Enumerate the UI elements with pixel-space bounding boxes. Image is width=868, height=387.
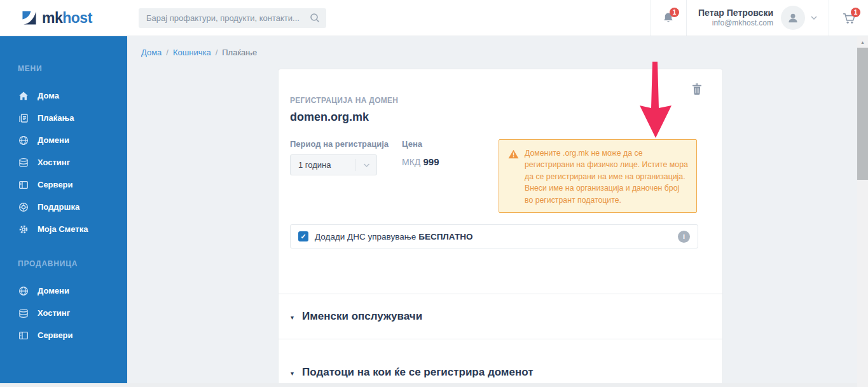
vertical-scrollbar[interactable]: ▲: [857, 36, 868, 387]
info-glyph: i: [683, 233, 685, 240]
sidebar-item-label: Сервери: [38, 180, 73, 189]
sidebar-item-hosting[interactable]: Хостинг: [0, 151, 127, 173]
server-icon: [18, 330, 29, 341]
caret-down-icon: ▾: [291, 314, 294, 321]
chevron-down-icon: [363, 163, 370, 168]
registration-period-field: Период на регистрација 1 година: [290, 139, 389, 213]
dns-checkbox[interactable]: ✓: [298, 231, 308, 241]
shop-item-hosting[interactable]: Хостинг: [0, 302, 127, 324]
trash-icon: [692, 83, 702, 95]
top-bar: mkhost 1 Петар Петровски info@mkhost.com: [0, 0, 868, 36]
topbar-spacer: [326, 0, 651, 36]
user-menu[interactable]: Петар Петровски info@mkhost.com: [687, 0, 829, 36]
avatar: [781, 6, 805, 30]
section-nameservers-toggle[interactable]: ▾ Именски опслужувачи: [279, 294, 722, 339]
scroll-up-arrow-icon[interactable]: ▲: [857, 36, 868, 48]
sidebar-item-label: Домени: [38, 135, 69, 145]
period-select[interactable]: 1 година: [290, 154, 377, 175]
user-name: Петар Петровски: [698, 8, 773, 18]
shop-item-servers[interactable]: Сервери: [0, 324, 127, 346]
sidebar-item-label: Плаќања: [38, 113, 74, 123]
shop-item-domains[interactable]: Домени: [0, 280, 127, 302]
sidebar-item-servers[interactable]: Сервери: [0, 173, 127, 196]
check-icon: ✓: [300, 233, 306, 240]
sidebar-item-payments[interactable]: Плаќања: [0, 107, 127, 129]
price-label: Цена: [402, 139, 439, 149]
user-info: Петар Петровски info@mkhost.com: [698, 8, 773, 28]
support-icon: [18, 201, 29, 212]
org-domain-warning: Домените .org.mk не може да се регистрир…: [499, 139, 697, 213]
warning-text: Домените .org.mk не може да се регистрир…: [525, 147, 688, 206]
section-label: Именски опслужувачи: [302, 310, 422, 323]
sidebar: МЕНИ Дома Плаќања Домени: [0, 36, 127, 387]
select-divider: [355, 159, 355, 171]
brand-wordmark: mkhost: [42, 11, 92, 25]
period-label: Период на регистрација: [290, 139, 389, 149]
sidebar-item-support[interactable]: Поддршка: [0, 196, 127, 218]
cart-item-card: РЕГИСТРАЦИЈА НА ДОМЕН domen.org.mk Перио…: [278, 69, 723, 387]
domain-registration-section: РЕГИСТРАЦИЈА НА ДОМЕН domen.org.mk Перио…: [279, 69, 722, 294]
horizontal-scrollbar[interactable]: [0, 383, 857, 387]
search-input[interactable]: [139, 8, 326, 28]
breadcrumb-separator: /: [216, 48, 218, 57]
dns-label-text: Додади ДНС управување: [315, 232, 416, 241]
period-selected-value: 1 година: [298, 160, 331, 170]
sidebar-item-label: Поддршка: [38, 202, 79, 212]
price-amount: 999: [424, 156, 439, 167]
sidebar-item-label: Хостинг: [38, 308, 70, 318]
notifications-button[interactable]: 1: [651, 0, 687, 36]
sidebar-item-my-account[interactable]: Моја Сметка: [0, 218, 127, 240]
price-field: Цена МКД 999: [402, 139, 439, 213]
price-value: МКД 999: [402, 156, 439, 167]
warning-icon: [508, 149, 519, 159]
person-icon: [786, 11, 800, 25]
notification-badge: 1: [670, 8, 679, 17]
server-icon: [18, 179, 29, 190]
breadcrumb-home-link[interactable]: Дома: [141, 48, 162, 57]
sidebar-gap: [0, 240, 127, 259]
invoices-icon: [18, 112, 29, 123]
brand-logo[interactable]: mkhost: [0, 0, 127, 36]
caret-down-icon: ▾: [291, 370, 294, 377]
sidebar-section-menu-title: МЕНИ: [0, 64, 127, 73]
home-icon: [18, 90, 29, 101]
breadcrumb: Дома / Кошничка / Плаќање: [141, 48, 257, 57]
sidebar-item-label: Сервери: [38, 330, 73, 340]
remove-item-button[interactable]: [691, 82, 703, 98]
hosting-icon: [18, 308, 29, 318]
sidebar-item-label: Моја Сметка: [38, 224, 88, 234]
global-search: [139, 8, 326, 28]
brand-suffix: host: [62, 10, 92, 26]
search-icon: [310, 13, 320, 23]
sidebar-item-label: Хостинг: [38, 158, 70, 167]
item-type-label: РЕГИСТРАЦИЈА НА ДОМЕН: [290, 69, 711, 105]
cart-button[interactable]: 1: [829, 0, 868, 36]
sidebar-section-shop-title: ПРОДАВНИЦА: [0, 259, 127, 268]
breadcrumb-separator: /: [166, 48, 169, 57]
options-row: Период на регистрација 1 година Цена: [290, 139, 711, 213]
cart-badge: 1: [851, 8, 860, 17]
section-label: Податоци на кои ќе се регистрира доменот: [302, 366, 533, 379]
hosting-icon: [18, 157, 29, 168]
sidebar-item-home[interactable]: Дома: [0, 85, 127, 107]
sidebar-item-label: Домени: [38, 286, 69, 295]
mkhost-logo-icon: [21, 10, 38, 26]
info-icon[interactable]: i: [678, 231, 690, 243]
dns-free-highlight: БЕСПЛАТНО: [418, 232, 472, 241]
sidebar-item-label: Дома: [38, 91, 59, 100]
dns-option-row: ✓ Додади ДНС управувањеБЕСПЛАТНО i: [290, 224, 698, 248]
sidebar-item-domains[interactable]: Домени: [0, 129, 127, 151]
chevron-down-icon: [811, 16, 817, 20]
dns-option-label: Додади ДНС управувањеБЕСПЛАТНО: [315, 232, 472, 241]
page: mkhost 1 Петар Петровски info@mkhost.com: [0, 0, 868, 387]
gear-icon: [18, 224, 29, 234]
brand-prefix: mk: [42, 10, 62, 26]
breadcrumb-cart-link[interactable]: Кошничка: [173, 48, 211, 57]
section-registrant-data-toggle[interactable]: ▾ Податоци на кои ќе се регистрира домен…: [279, 339, 722, 387]
price-currency: МКД: [402, 157, 420, 167]
globe-icon: [18, 285, 29, 296]
domain-name: domen.org.mk: [290, 111, 711, 124]
vertical-scrollbar-thumb[interactable]: [857, 48, 868, 180]
main-content: Дома / Кошничка / Плаќање РЕГИСТРАЦИЈА Н…: [127, 36, 868, 387]
globe-icon: [18, 135, 29, 146]
